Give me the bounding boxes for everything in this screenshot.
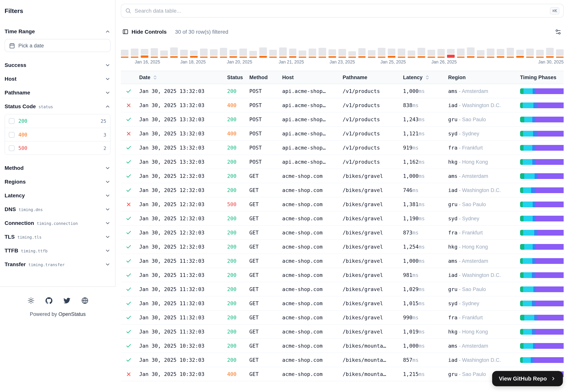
timeline-bar[interactable] <box>338 49 346 58</box>
table-row[interactable]: Jan 30, 2025 11:32:03 200 GET acme-shop.… <box>121 296 564 310</box>
timing-cell <box>516 197 564 211</box>
timeline-bar[interactable] <box>378 48 386 58</box>
table-row[interactable]: Jan 30, 2025 13:32:03 200 POST api.acme-… <box>121 155 564 169</box>
column-header-date[interactable]: Date <box>135 71 223 84</box>
theme-toggle-icon[interactable] <box>27 297 34 304</box>
timeline-bar[interactable] <box>269 50 277 58</box>
table-row[interactable]: Jan 30, 2025 12:32:03 200 GET acme-shop.… <box>121 211 564 225</box>
sidebar-section-status-code[interactable]: Status Code status <box>5 99 111 113</box>
table-row[interactable]: Jan 30, 2025 11:32:03 200 GET acme-shop.… <box>121 324 564 339</box>
timeline-bar[interactable] <box>427 50 435 58</box>
search-input[interactable] <box>135 8 547 14</box>
table-row[interactable]: Jan 30, 2025 12:32:03 500 GET acme-shop.… <box>121 197 564 211</box>
timeline-bar[interactable] <box>546 48 554 58</box>
sidebar-section-host[interactable]: Host <box>5 72 111 86</box>
column-header-latency[interactable]: Latency <box>399 71 444 84</box>
table-row[interactable]: Jan 30, 2025 12:32:03 200 GET acme-shop.… <box>121 183 564 197</box>
timeline-bar[interactable] <box>240 49 247 58</box>
sidebar-section-ttfb[interactable]: TTFBtiming.ttfb <box>5 244 111 257</box>
timeline-bar[interactable] <box>220 48 227 58</box>
timeline-bar[interactable] <box>170 47 178 58</box>
table-row[interactable]: Jan 30, 2025 10:32:03 200 GET acme-shop.… <box>121 339 564 353</box>
timeline-bar[interactable] <box>329 49 336 58</box>
timeline-bar[interactable] <box>190 51 198 58</box>
status-option-500[interactable]: 500 2 <box>5 141 110 154</box>
sidebar-section-dns[interactable]: DNStiming.dns <box>5 202 111 216</box>
timeline-bar[interactable] <box>408 51 415 58</box>
timeline-bar[interactable] <box>131 49 139 58</box>
view-github-repo-button[interactable]: View GitHub Repo <box>492 371 563 386</box>
checkbox[interactable] <box>9 118 14 124</box>
timeline-bar[interactable] <box>249 51 257 58</box>
openstatus-link[interactable]: OpenStatus <box>58 311 86 317</box>
table-row[interactable]: Jan 30, 2025 10:32:03 200 GET acme-shop.… <box>121 353 564 367</box>
sidebar-section-transfer[interactable]: Transfertiming.transfer <box>5 257 111 271</box>
timing-cell <box>516 268 564 282</box>
sidebar-section-connection[interactable]: Connectiontiming.connection <box>5 216 111 230</box>
github-icon[interactable] <box>45 297 52 304</box>
sidebar-section-method[interactable]: Method <box>5 161 111 175</box>
timeline-bar[interactable] <box>299 51 306 58</box>
table-row[interactable]: Jan 30, 2025 12:32:03 200 GET acme-shop.… <box>121 240 564 254</box>
timeline-bar[interactable] <box>467 47 474 58</box>
table-row[interactable]: Jan 30, 2025 11:32:03 200 GET acme-shop.… <box>121 282 564 296</box>
timeline-bar[interactable] <box>437 49 445 58</box>
timeline-bar[interactable] <box>368 50 376 58</box>
table-row[interactable]: Jan 30, 2025 12:32:03 200 GET acme-shop.… <box>121 225 564 240</box>
timeline-bar[interactable] <box>140 49 148 58</box>
table-row[interactable]: Jan 30, 2025 13:32:03 200 POST api.acme-… <box>121 140 564 155</box>
globe-icon[interactable] <box>81 297 88 304</box>
success-check-icon <box>126 258 132 264</box>
timeline-bar[interactable] <box>388 49 395 58</box>
timeline-bar[interactable] <box>506 48 514 58</box>
timeline-bar[interactable] <box>556 49 564 58</box>
timeline-bar[interactable] <box>279 47 287 58</box>
date-picker[interactable]: Pick a date <box>5 39 111 52</box>
timeline-bar[interactable] <box>309 49 317 58</box>
timeline-bar[interactable] <box>526 49 534 58</box>
timeline-bar[interactable] <box>487 49 494 58</box>
table-row[interactable]: Jan 30, 2025 13:32:03 400 POST api.acme-… <box>121 126 564 140</box>
status-option-400[interactable]: 400 3 <box>5 128 110 141</box>
timeline-bar[interactable] <box>230 50 237 58</box>
timeline-bar[interactable] <box>289 49 297 58</box>
view-settings-button[interactable] <box>552 26 564 38</box>
timeline-bar[interactable] <box>348 51 356 58</box>
timeline-bar[interactable] <box>358 48 366 58</box>
table-row[interactable]: Jan 30, 2025 11:32:03 200 GET acme-shop.… <box>121 254 564 268</box>
timeline-bar[interactable] <box>259 47 267 58</box>
table-row[interactable]: Jan 30, 2025 13:32:03 400 POST api.acme-… <box>121 98 564 112</box>
timeline-bar[interactable] <box>210 49 217 58</box>
table-row[interactable]: Jan 30, 2025 12:32:03 200 GET acme-shop.… <box>121 169 564 183</box>
twitter-icon[interactable] <box>63 297 70 304</box>
hide-controls-button[interactable]: Hide Controls <box>121 29 168 35</box>
timeline-bar[interactable] <box>398 49 405 58</box>
timeline-bar[interactable] <box>516 50 524 58</box>
timeline-bar[interactable] <box>417 48 425 58</box>
timeline-bar[interactable] <box>457 49 465 58</box>
table-row[interactable]: Jan 30, 2025 13:32:03 200 POST api.acme-… <box>121 112 564 126</box>
sidebar-section-latency[interactable]: Latency <box>5 189 111 202</box>
table-row[interactable]: Jan 30, 2025 11:32:03 200 GET acme-shop.… <box>121 310 564 324</box>
timeline-bar[interactable] <box>151 48 158 58</box>
sidebar-section-tls[interactable]: TLStiming.tls <box>5 230 111 244</box>
timeline-bar[interactable] <box>497 49 504 58</box>
timeline-bar[interactable] <box>180 50 188 58</box>
sidebar-section-time-range[interactable]: Time Range <box>5 25 111 38</box>
sidebar-section-success[interactable]: Success <box>5 58 111 72</box>
checkbox[interactable] <box>9 132 14 138</box>
sidebar-section-pathname[interactable]: Pathname <box>5 86 111 99</box>
table-row[interactable]: Jan 30, 2025 13:32:03 200 POST api.acme-… <box>121 84 564 98</box>
timeline-bar[interactable] <box>477 50 485 58</box>
timeline-bar[interactable] <box>200 49 208 58</box>
timeline-bar[interactable] <box>319 48 326 58</box>
sidebar-section-regions[interactable]: Regions <box>5 175 111 189</box>
checkbox[interactable] <box>9 145 14 151</box>
timeline-bar[interactable] <box>447 49 455 58</box>
row-status-icon-cell <box>121 240 135 254</box>
timeline-bar[interactable] <box>536 50 544 58</box>
table-row[interactable]: Jan 30, 2025 11:32:03 200 GET acme-shop.… <box>121 268 564 282</box>
timeline-bar[interactable] <box>121 50 128 58</box>
timeline-bar[interactable] <box>160 51 168 58</box>
status-option-200[interactable]: 200 25 <box>5 114 110 128</box>
